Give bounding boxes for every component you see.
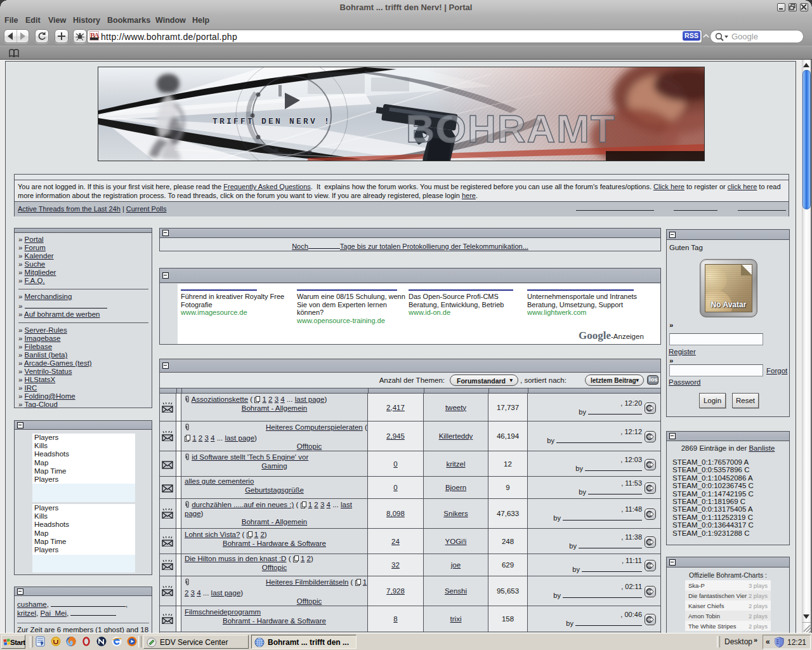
svg-text:BOHRAMT: BOHRAMT	[406, 107, 616, 150]
svg-text:TRIFFT DEN NERV !: TRIFFT DEN NERV !	[213, 117, 331, 126]
